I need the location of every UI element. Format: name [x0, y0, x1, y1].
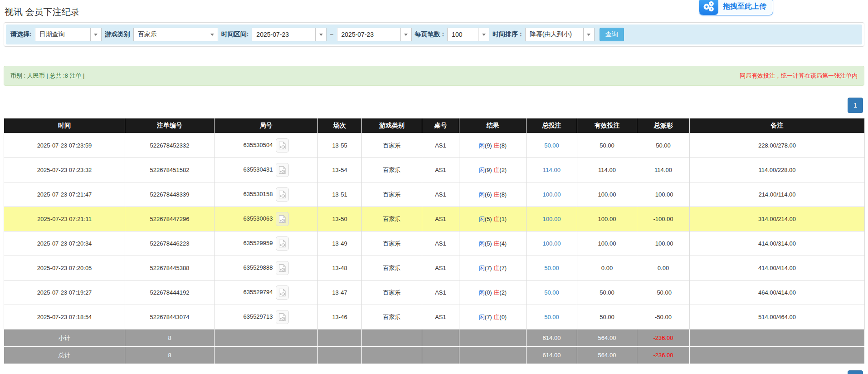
page-size-value[interactable]: 100: [447, 28, 478, 41]
time-sort-value[interactable]: 降幂(由大到小): [525, 28, 583, 41]
game-type-cell: 百家乐: [362, 158, 422, 182]
round-id-cell: 635529888: [215, 256, 318, 280]
table-id-cell: AS1: [422, 207, 459, 231]
order-id-cell: 522678446223: [125, 231, 215, 256]
chevron-down-icon: [319, 34, 323, 36]
remark-cell: 414.00/314.00: [690, 231, 865, 256]
summary-empty-cell: [422, 330, 459, 347]
total-bet-link[interactable]: 100.00: [543, 216, 561, 222]
banker-label: 庄: [493, 142, 499, 149]
video-replay-button[interactable]: [276, 236, 289, 251]
search-button[interactable]: 查询: [600, 28, 624, 41]
result-cell: 闲(0) 庄(2): [459, 280, 527, 305]
summary-total-bet-cell: 614.00: [527, 347, 577, 364]
total-bet-link[interactable]: 100.00: [543, 240, 561, 247]
payout-cell: -100.00: [637, 207, 690, 231]
query-type-select[interactable]: 日期查询: [35, 28, 102, 41]
date-from-value[interactable]: 2025-07-23: [252, 28, 315, 41]
time-sort-dropdown-button[interactable]: [583, 28, 595, 41]
video-replay-button[interactable]: [276, 310, 289, 324]
video-file-icon: [278, 288, 286, 297]
session-cell: 13-46: [318, 305, 362, 330]
date-to-dropdown-button[interactable]: [400, 28, 412, 41]
total-bet-link[interactable]: 50.00: [544, 265, 559, 271]
video-replay-button[interactable]: [276, 187, 289, 202]
valid-bet-notice: 同局有效投注，统一计算在该局第一张注单内: [740, 72, 858, 80]
round-id: 635530504: [243, 142, 273, 148]
game-type-cell: 百家乐: [362, 305, 422, 330]
video-replay-button[interactable]: [276, 285, 289, 300]
summary-empty-cell: [459, 330, 527, 347]
table-row[interactable]: 2025-07-23 07:23:32522678451582635530431…: [4, 158, 865, 182]
summary-remark-cell: [690, 330, 865, 347]
total-bet-link[interactable]: 50.00: [544, 289, 559, 296]
currency-total-text: 币别 : 人民币 | 总共 :8 注单 |: [10, 72, 85, 80]
order-id-cell: 522678451582: [125, 158, 215, 182]
player-label: 闲: [479, 289, 485, 296]
page-size-select[interactable]: 100: [447, 28, 489, 41]
video-replay-button[interactable]: [276, 212, 289, 226]
bet-time-cell: 2025-07-23 07:19:27: [4, 280, 125, 305]
round-id: 635530063: [243, 215, 273, 222]
table-row[interactable]: 2025-07-23 07:21:47522678448339635530158…: [4, 182, 865, 207]
page-1-button[interactable]: 1: [848, 98, 863, 113]
total-bet-link[interactable]: 114.00: [543, 167, 561, 173]
player-label: 闲: [479, 314, 485, 320]
table-row[interactable]: 2025-07-23 07:19:27522678444192635529794…: [4, 280, 865, 305]
upload-label: 拖拽至此上传: [718, 2, 773, 11]
date-to-picker[interactable]: 2025-07-23: [337, 28, 412, 41]
time-sort-select[interactable]: 降幂(由大到小): [525, 28, 595, 41]
video-replay-button[interactable]: [276, 261, 289, 275]
table-row[interactable]: 2025-07-23 07:18:54522678443074635529713…: [4, 305, 865, 330]
page-1-button[interactable]: 1: [848, 370, 863, 374]
remark-cell: 464.00/414.00: [690, 280, 865, 305]
bet-records-table: 时间注单编号局号场次游戏类别桌号结果总投注有效投注总派彩备注 2025-07-2…: [4, 118, 865, 364]
total-bet-link[interactable]: 100.00: [543, 191, 561, 198]
game-type-cell: 百家乐: [362, 280, 422, 305]
order-id-cell: 522678444192: [125, 280, 215, 305]
date-from-dropdown-button[interactable]: [315, 28, 327, 41]
query-type-dropdown-button[interactable]: [90, 28, 102, 41]
query-type-value[interactable]: 日期查询: [35, 28, 90, 41]
video-replay-button[interactable]: [276, 138, 289, 153]
bet-time-cell: 2025-07-23 07:18:54: [4, 305, 125, 330]
table-row[interactable]: 2025-07-23 07:23:59522678452332635530504…: [4, 133, 865, 158]
valid-bet-cell: 114.00: [577, 158, 637, 182]
grand-total-row: 总计8614.00564.00-236.00: [4, 347, 865, 364]
table-row[interactable]: 2025-07-23 07:21:11522678447296635530063…: [4, 207, 865, 231]
game-type-value[interactable]: 百家乐: [133, 28, 207, 41]
result-cell: 闲(5) 庄(1): [459, 207, 527, 231]
table-header-row: 时间注单编号局号场次游戏类别桌号结果总投注有效投注总派彩备注: [4, 118, 865, 133]
total-bet-cell: 100.00: [527, 207, 577, 231]
date-to-value[interactable]: 2025-07-23: [337, 28, 400, 41]
column-header: 有效投注: [577, 118, 637, 133]
bet-time-cell: 2025-07-23 07:21:47: [4, 182, 125, 207]
bet-time-cell: 2025-07-23 07:23:32: [4, 158, 125, 182]
summary-empty-cell: [422, 347, 459, 364]
game-type-dropdown-button[interactable]: [207, 28, 218, 41]
result-cell: 闲(9) 庄(8): [459, 133, 527, 158]
game-type-select[interactable]: 百家乐: [133, 28, 218, 41]
payout-cell: -50.00: [637, 280, 690, 305]
video-replay-button[interactable]: [276, 163, 289, 177]
table-row[interactable]: 2025-07-23 07:20:05522678445388635529888…: [4, 256, 865, 280]
total-bet-link[interactable]: 50.00: [544, 314, 559, 320]
filter-panel: 请选择: 日期查询 游戏类别 百家乐 时间区间: 2025-07-23 ~ 20…: [4, 22, 864, 47]
page-size-dropdown-button[interactable]: [478, 28, 489, 41]
column-header: 场次: [318, 118, 362, 133]
summary-payout-cell: -236.00: [637, 330, 690, 347]
upload-dropzone[interactable]: 拖拽至此上传: [699, 0, 773, 15]
payout-cell: -100.00: [637, 231, 690, 256]
total-bet-link[interactable]: 50.00: [544, 142, 559, 149]
round-id-cell: 635529713: [215, 305, 318, 330]
total-bet-cell: 114.00: [527, 158, 577, 182]
column-header: 总派彩: [637, 118, 690, 133]
round-id: 635529713: [243, 313, 273, 320]
round-id: 635529888: [243, 264, 273, 271]
valid-bet-cell: 50.00: [577, 305, 637, 330]
session-cell: 13-49: [318, 231, 362, 256]
date-from-picker[interactable]: 2025-07-23: [252, 28, 327, 41]
table-id-cell: AS1: [422, 158, 459, 182]
banker-label: 庄: [493, 240, 499, 247]
table-row[interactable]: 2025-07-23 07:20:34522678446223635529959…: [4, 231, 865, 256]
